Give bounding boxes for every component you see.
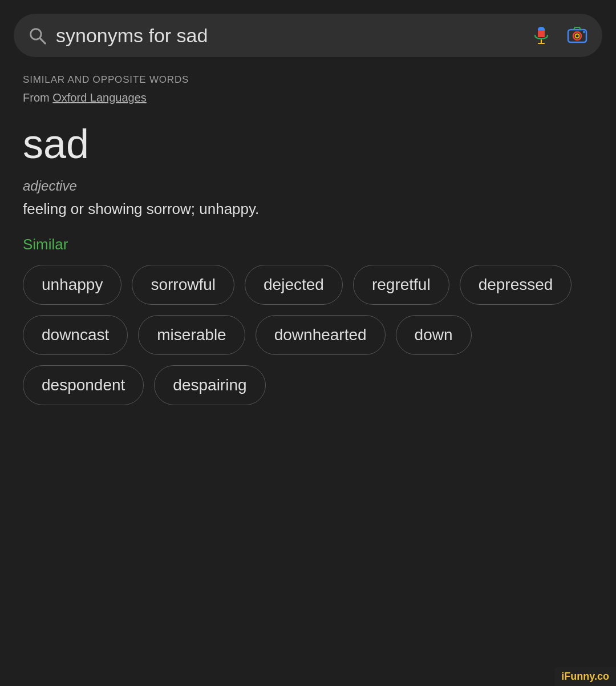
similar-label: Similar	[23, 236, 593, 253]
content: SIMILAR AND OPPOSITE WORDS From Oxford L…	[0, 68, 616, 428]
oxford-link[interactable]: Oxford Languages	[52, 91, 147, 104]
svg-rect-5	[538, 34, 545, 37]
word-definition: feeling or showing sorrow; unhappy.	[23, 199, 593, 219]
synonym-chip[interactable]: down	[396, 315, 472, 355]
search-bar[interactable]: synonyms for sad	[14, 14, 602, 57]
synonym-chip[interactable]: despairing	[154, 365, 265, 405]
synonym-chip[interactable]: downhearted	[256, 315, 386, 355]
camera-icon[interactable]	[566, 24, 589, 47]
synonym-chip[interactable]: dejected	[245, 265, 343, 305]
svg-point-10	[576, 34, 579, 38]
source-line: From Oxford Languages	[23, 91, 593, 104]
svg-line-1	[40, 38, 45, 43]
source-prefix: From	[23, 91, 50, 104]
voice-icon[interactable]	[530, 25, 552, 46]
search-bar-container: synonyms for sad	[0, 0, 616, 68]
word-pos: adjective	[23, 178, 593, 194]
synonym-chip[interactable]: miserable	[138, 315, 245, 355]
section-label: SIMILAR AND OPPOSITE WORDS	[23, 74, 593, 86]
svg-point-9	[573, 32, 581, 40]
search-icon	[27, 26, 47, 45]
synonym-chip[interactable]: depressed	[460, 265, 572, 305]
word-title: sad	[23, 122, 593, 167]
search-input[interactable]: synonyms for sad	[56, 25, 521, 47]
svg-point-11	[583, 31, 585, 33]
synonym-chip[interactable]: unhappy	[23, 265, 121, 305]
synonym-chip[interactable]: regretful	[353, 265, 449, 305]
synonym-chip[interactable]: despondent	[23, 365, 144, 405]
synonym-chip[interactable]: sorrowful	[132, 265, 234, 305]
ifunny-text: iFunny.co	[561, 671, 609, 682]
ifunny-watermark: iFunny.co	[554, 667, 616, 686]
synonym-chip[interactable]: downcast	[23, 315, 128, 355]
synonyms-grid: unhappysorrowfuldejectedregretfuldepress…	[23, 265, 593, 405]
